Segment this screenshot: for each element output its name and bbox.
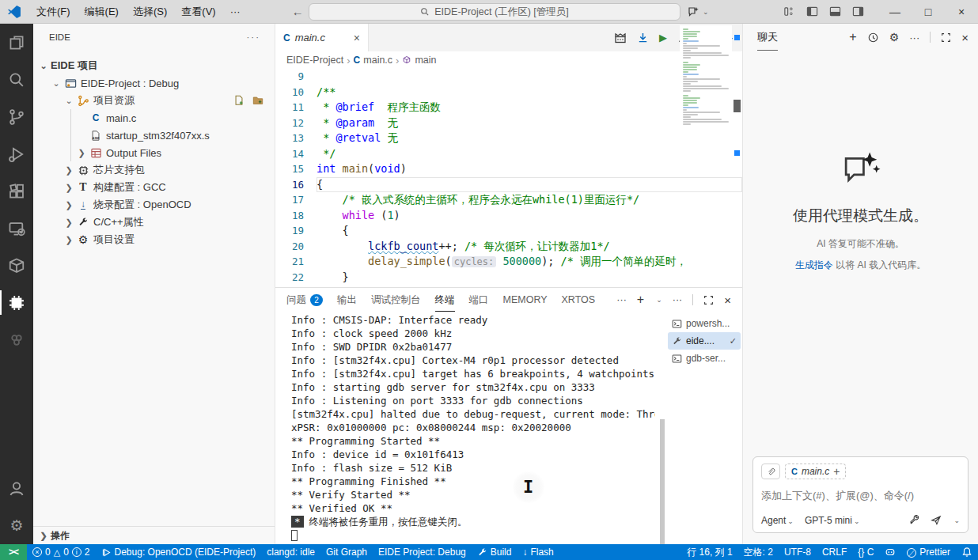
status-problems[interactable]: ×0△0i2 — [27, 544, 96, 560]
new-terminal-icon[interactable]: + — [637, 293, 644, 307]
send-icon[interactable] — [930, 514, 942, 526]
toggle-secondary-sidebar-icon[interactable] — [852, 6, 864, 17]
tree-item-eide-[interactable]: ⌄EIDE 项目 — [33, 57, 275, 74]
status-encoding[interactable]: UTF-8 — [779, 544, 817, 560]
panel-tab-输出[interactable]: 输出 — [337, 288, 357, 312]
terminal-instance-powersh[interactable]: powersh... — [668, 315, 741, 332]
tab-close-icon[interactable]: × — [354, 32, 360, 44]
editor-scrollbar[interactable] — [732, 24, 742, 287]
activity-explorer[interactable] — [0, 24, 33, 61]
status-flash-action[interactable]: ↓Flash — [517, 544, 559, 560]
panel-tab-问题[interactable]: 问题2 — [286, 288, 323, 312]
panel-tab-调试控制台[interactable]: 调试控制台 — [371, 288, 421, 312]
generate-instructions-link[interactable]: 生成指令 — [795, 259, 833, 271]
tree-item-eide-project-debug[interactable]: ⌄EIDE-Project : Debug — [33, 74, 275, 92]
model-picker[interactable]: GPT-5 mini⌄ — [805, 515, 860, 526]
menu-file[interactable]: 文件(F) — [29, 3, 78, 21]
close-panel-icon[interactable]: × — [724, 293, 731, 307]
scrollbar-thumb[interactable] — [660, 419, 665, 544]
nav-back-icon[interactable]: ← — [292, 5, 304, 18]
close-button[interactable]: × — [945, 0, 978, 23]
panel-tab-终端[interactable]: 终端 — [435, 288, 455, 312]
status-remote[interactable]: >< — [0, 544, 27, 560]
new-chat-icon[interactable]: + — [849, 30, 856, 44]
tree-item-output-files[interactable]: ❯Output Files — [33, 144, 275, 161]
mode-picker[interactable]: Agent⌄ — [761, 515, 794, 526]
add-attachment-icon[interactable]: + — [833, 465, 840, 478]
flash-action-icon[interactable] — [637, 32, 649, 44]
activity-run-debug[interactable] — [0, 135, 33, 172]
activity-search[interactable] — [0, 61, 33, 98]
breadcrumb-symbol[interactable]: main — [415, 55, 436, 66]
status-eide-project-status[interactable]: EIDE Project: Debug — [373, 544, 472, 560]
code-line-20[interactable]: 20 lckfb_count++; /* 每次循环，让计数器加1*/ — [275, 239, 742, 255]
activity-serial-monitor[interactable] — [0, 247, 33, 284]
code-line-10[interactable]: 10/** — [275, 85, 742, 100]
status-build-action[interactable]: Build — [472, 544, 517, 560]
code-line-11[interactable]: 11 * @brief 程序主函数 — [275, 100, 742, 115]
terminal-instance-eide[interactable]: eide....✓ — [668, 332, 741, 350]
status-debug-config[interactable]: Debug: OpenOCD (EIDE-Project) — [96, 544, 262, 560]
status-clangd-status[interactable]: clangd: idle — [261, 544, 320, 560]
chat-input-box[interactable]: C main.c + 添加上下文(#)、扩展(@)、命令(/) Agent⌄ G… — [752, 456, 969, 533]
run-action-icon[interactable]: ▶ — [659, 32, 667, 44]
terminal-instance-gdbser[interactable]: gdb-ser... — [668, 350, 741, 367]
tree-item-startup_stm32f407xx-s[interactable]: ASMstartup_stm32f407xx.s — [33, 127, 275, 144]
customize-layout-icon[interactable] — [783, 6, 795, 17]
activity-accounts[interactable] — [0, 470, 33, 507]
code-line-13[interactable]: 13 * @retval 无 — [275, 131, 742, 146]
status-cursor-position[interactable]: 行 16, 列 1 — [681, 544, 737, 560]
maximize-panel-icon[interactable] — [703, 295, 714, 305]
history-icon[interactable] — [867, 32, 879, 44]
tree-item-c-c-[interactable]: ❯C/C++属性 — [33, 214, 275, 231]
panel-tab-端口[interactable]: 端口 — [469, 288, 489, 312]
activity-platformio[interactable] — [0, 321, 33, 358]
minimap[interactable] — [680, 25, 732, 126]
code-line-22[interactable]: 22 } — [275, 270, 742, 286]
panel-tab-MEMORY[interactable]: MEMORY — [503, 288, 548, 312]
code-line-18[interactable]: 18 while (1) — [275, 208, 742, 224]
tree-item--openocd[interactable]: ❯↓烧录配置 : OpenOCD — [33, 196, 275, 214]
code-line-21[interactable]: 21 delay_simple(cycles: 500000); /* 调用一个… — [275, 254, 742, 270]
chevron-down-icon[interactable]: ⌄ — [656, 296, 662, 304]
menu-edit[interactable]: 编辑(E) — [78, 3, 126, 21]
tree-item--[interactable]: ❯⚙项目设置 — [33, 231, 275, 248]
status-indentation[interactable]: 空格: 2 — [738, 544, 779, 560]
minimize-button[interactable]: — — [878, 0, 912, 23]
status-git-graph[interactable]: Git Graph — [320, 544, 373, 560]
chevron-down-icon[interactable]: ⌄ — [953, 516, 960, 524]
activity-eide[interactable] — [0, 284, 33, 321]
breadcrumb-file[interactable]: main.c — [363, 55, 392, 66]
attached-file-chip[interactable]: C main.c + — [785, 464, 846, 479]
attach-context-button[interactable] — [761, 464, 780, 479]
menu-overflow[interactable]: ··· — [223, 3, 248, 21]
scrollbar-thumb[interactable] — [734, 100, 741, 112]
toggle-primary-sidebar-icon[interactable] — [806, 6, 818, 17]
tree-item--gcc[interactable]: ❯T构建配置 : GCC — [33, 179, 275, 196]
code-line-17[interactable]: 17 /* 嵌入式系统的主循环，程序会永远在while(1)里面运行*/ — [275, 192, 742, 208]
activity-extensions[interactable] — [0, 172, 33, 210]
new-file-icon[interactable] — [233, 95, 244, 106]
copilot-titlebar-button[interactable]: ⌄ — [687, 3, 709, 21]
tree-item--[interactable]: ❯芯片支持包 — [33, 161, 275, 179]
code-line-15[interactable]: 15int main(void) — [275, 161, 742, 177]
tab-main-c[interactable]: C main.c × — [275, 24, 369, 51]
status-eol[interactable]: CRLF — [817, 544, 852, 560]
sidebar-more-actions-icon[interactable]: ··· — [247, 32, 261, 42]
toggle-panel-icon[interactable] — [829, 6, 841, 17]
more-actions-icon[interactable]: ··· — [673, 294, 683, 305]
tree-item-main-c[interactable]: Cmain.c — [33, 109, 275, 127]
command-center-search[interactable]: EIDE-Project (工作区) [管理员] — [309, 3, 680, 21]
settings-gear-icon[interactable]: ⚙ — [889, 31, 900, 44]
maximize-panel-icon[interactable] — [941, 32, 951, 43]
breadcrumb[interactable]: EIDE-Project › C main.c › main — [275, 51, 742, 69]
activity-remote-explorer[interactable] — [0, 210, 33, 247]
menu-view[interactable]: 查看(V) — [174, 3, 222, 21]
activity-source-control[interactable] — [0, 98, 33, 135]
terminal-scrollbar[interactable] — [658, 313, 666, 544]
code-line-14[interactable]: 14 */ — [275, 146, 742, 162]
tab-overflow-icon[interactable]: ··· — [616, 294, 627, 305]
new-folder-icon[interactable] — [252, 95, 263, 106]
status-language-mode[interactable]: {} C — [852, 544, 879, 560]
status-formatter[interactable]: ／Prettier — [901, 544, 956, 560]
